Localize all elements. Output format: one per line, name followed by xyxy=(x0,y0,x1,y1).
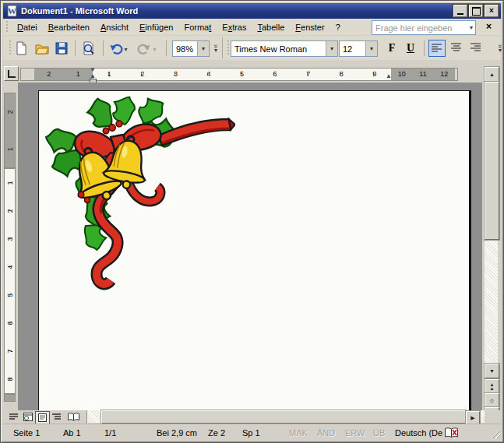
status-indicators: MAKÄNDERWÜB xyxy=(289,428,401,438)
print-layout-view-button[interactable] xyxy=(35,411,50,424)
menu-item[interactable]: Fenster xyxy=(290,20,330,34)
outline-view-button[interactable] xyxy=(50,411,63,423)
double-up-arrow-icon: ▲▲ xyxy=(490,383,495,391)
redo-icon xyxy=(137,41,151,55)
underline-button[interactable]: U xyxy=(402,39,419,58)
zoom-value: 98% xyxy=(173,44,197,54)
vertical-ruler[interactable]: 21 12345678 xyxy=(4,84,16,405)
toolbar-separator xyxy=(424,40,425,56)
save-button[interactable] xyxy=(52,39,71,58)
font-name-combobox[interactable]: Times New Roman ▾ xyxy=(231,40,338,57)
ask-question-input[interactable]: Frage hier eingeben ▾ xyxy=(372,20,476,35)
word-window: W Dokument1 - Microsoft Word × Datei Bea… xyxy=(0,0,504,443)
align-center-button[interactable] xyxy=(449,40,464,55)
status-language[interactable]: Deutsch (De xyxy=(395,428,442,438)
standard-toolbar-options-button[interactable]: » ▾ xyxy=(210,38,221,58)
tab-selector-button[interactable] xyxy=(4,66,19,81)
align-left-button[interactable] xyxy=(428,40,446,57)
print-preview-button[interactable] xyxy=(79,39,97,58)
menu-item[interactable]: Tabelle xyxy=(252,20,290,34)
zoom-dropdown-arrow[interactable]: ▾ xyxy=(197,41,209,56)
reading-layout-view-button[interactable] xyxy=(65,411,81,423)
status-bar: Seite 1 Ab 1 1/1 Bei 2,9 cm Ze 2 Sp 1 MA… xyxy=(3,424,501,441)
resize-grip[interactable] xyxy=(490,428,500,438)
status-indicator[interactable]: ERW xyxy=(345,428,373,438)
font-size-value: 12 xyxy=(340,44,365,54)
select-browse-object-button[interactable]: ○ xyxy=(485,393,499,409)
save-floppy-icon xyxy=(55,41,69,55)
menu-item[interactable]: ? xyxy=(330,20,346,34)
chevron-right-icon: » xyxy=(498,44,502,48)
horizontal-scroll-row: ◀ ▶ xyxy=(3,410,501,424)
zoom-combobox[interactable]: 98% ▾ xyxy=(172,40,210,57)
status-indicator[interactable]: MAK xyxy=(289,428,317,438)
close-icon: × xyxy=(489,7,494,15)
right-indent-marker[interactable]: ▲ xyxy=(386,73,392,79)
minimize-icon xyxy=(457,13,463,15)
scroll-right-button[interactable]: ▶ xyxy=(466,411,480,424)
menu-item[interactable]: Bearbeiten xyxy=(43,20,95,34)
status-indicator[interactable]: ÄND xyxy=(317,428,345,438)
word-app-icon: W xyxy=(5,5,18,17)
undo-dropdown-arrow[interactable]: ▾ xyxy=(122,44,130,54)
redo-dropdown-arrow[interactable]: ▾ xyxy=(150,44,159,54)
open-button[interactable] xyxy=(32,39,51,58)
normal-view-button[interactable] xyxy=(7,411,20,423)
ask-question-placeholder: Frage hier eingeben xyxy=(372,23,470,33)
ruler-text-area: 123456789 xyxy=(93,69,391,80)
new-document-icon xyxy=(14,41,28,55)
vruler-text-area: 12345678 xyxy=(4,168,16,394)
web-layout-view-button[interactable] xyxy=(21,411,34,423)
formatting-toolbar-options-button[interactable]: » ▾ xyxy=(495,38,504,58)
horizontal-ruler[interactable]: 21 123456789 101112 ▼ ▲ ▲ xyxy=(20,68,458,81)
vertical-scroll-thumb[interactable] xyxy=(485,82,499,240)
new-document-button[interactable] xyxy=(12,39,30,58)
status-section: Ab 1 xyxy=(63,428,81,438)
close-document-button[interactable]: × xyxy=(486,21,492,32)
window-title: Dokument1 - Microsoft Word xyxy=(21,6,452,16)
size-dropdown-arrow[interactable]: ▾ xyxy=(365,41,377,56)
menu-item[interactable]: Einfügen xyxy=(134,20,178,34)
menu-item[interactable]: Ansicht xyxy=(95,20,134,34)
toolbar-separator xyxy=(222,37,223,58)
font-name-value: Times New Roman xyxy=(231,44,326,54)
align-right-button[interactable] xyxy=(468,40,484,55)
left-tab-icon xyxy=(8,70,16,78)
font-size-combobox[interactable]: 12 ▾ xyxy=(339,40,378,57)
align-left-icon xyxy=(432,44,442,53)
svg-text:W: W xyxy=(8,6,16,16)
toolbar-separator xyxy=(75,40,76,56)
outline-view-icon xyxy=(52,413,62,421)
spelling-grammar-status-icon[interactable] xyxy=(444,427,459,438)
open-book-icon xyxy=(68,413,79,421)
align-center-icon xyxy=(451,43,462,52)
menu-item[interactable]: Format xyxy=(178,20,217,34)
menu-item[interactable]: Datei xyxy=(12,20,43,34)
maximize-icon xyxy=(472,7,481,16)
status-column: Sp 1 xyxy=(242,428,260,438)
status-line: Ze 2 xyxy=(208,428,225,438)
print-layout-icon xyxy=(38,413,47,422)
ruler-left-margin: 21 xyxy=(34,69,93,80)
font-dropdown-arrow[interactable]: ▾ xyxy=(326,41,337,56)
status-page: Seite 1 xyxy=(13,428,40,438)
scroll-up-button[interactable]: ▲ xyxy=(485,67,499,82)
document-workspace[interactable] xyxy=(18,83,482,410)
chevron-down-icon[interactable]: ▾ xyxy=(470,24,475,31)
horizontal-scroll-thumb[interactable] xyxy=(101,410,466,424)
toolbar-separator xyxy=(166,40,167,56)
bold-button[interactable]: F xyxy=(383,39,400,58)
menu-item[interactable]: Extras xyxy=(217,20,252,34)
menubar-grip[interactable] xyxy=(5,21,9,33)
ruler-right-margin: 101112 xyxy=(391,69,455,80)
close-button[interactable]: × xyxy=(485,5,499,17)
maximize-button[interactable] xyxy=(469,5,483,17)
christmas-bells-clipart[interactable] xyxy=(45,95,235,291)
chevron-down-icon: ▾ xyxy=(214,48,217,52)
chevron-right-icon: » xyxy=(213,44,217,48)
scroll-down-button[interactable]: ▼ xyxy=(485,364,499,378)
status-page-of: 1/1 xyxy=(104,428,116,438)
minimize-button[interactable] xyxy=(453,5,467,17)
web-layout-icon xyxy=(23,413,33,421)
browse-previous-button[interactable]: ▲▲ xyxy=(485,379,499,395)
